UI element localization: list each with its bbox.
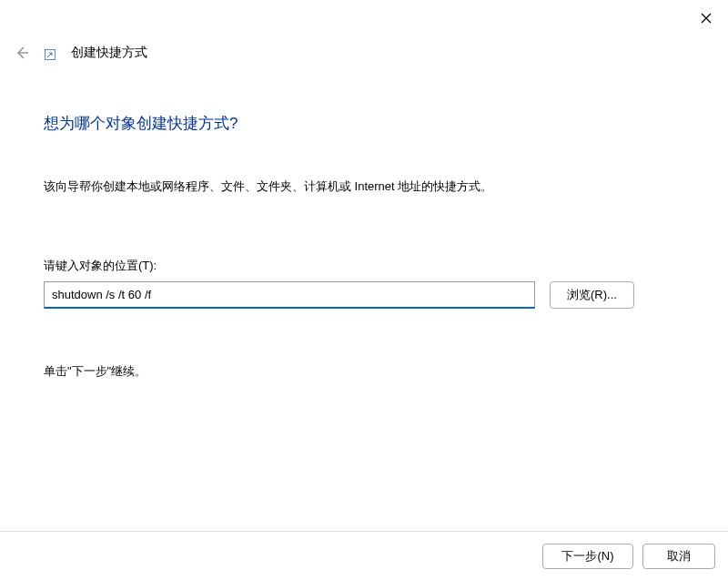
footer: 下一步(N) 取消 — [0, 531, 728, 580]
back-arrow-icon — [15, 46, 29, 60]
content-area: 想为哪个对象创建快捷方式? 该向导帮你创建本地或网络程序、文件、文件夹、计算机或… — [0, 113, 728, 380]
close-button[interactable] — [695, 7, 717, 29]
browse-button[interactable]: 浏览(R)... — [550, 281, 634, 309]
back-button[interactable] — [13, 44, 31, 62]
description-text: 该向导帮你创建本地或网络程序、文件、文件夹、计算机或 Internet 地址的快… — [44, 178, 692, 196]
continue-hint: 单击"下一步"继续。 — [44, 363, 692, 380]
header-row: 创建快捷方式 — [0, 44, 728, 62]
main-heading: 想为哪个对象创建快捷方式? — [44, 113, 692, 134]
shortcut-icon — [44, 48, 56, 61]
wizard-title: 创建快捷方式 — [71, 45, 147, 61]
next-button[interactable]: 下一步(N) — [542, 544, 633, 569]
input-row: 浏览(R)... — [44, 281, 692, 309]
location-label: 请键入对象的位置(T): — [44, 258, 692, 274]
cancel-button[interactable]: 取消 — [642, 544, 715, 569]
titlebar — [0, 0, 728, 33]
close-icon — [701, 13, 712, 24]
location-input[interactable] — [44, 281, 535, 309]
